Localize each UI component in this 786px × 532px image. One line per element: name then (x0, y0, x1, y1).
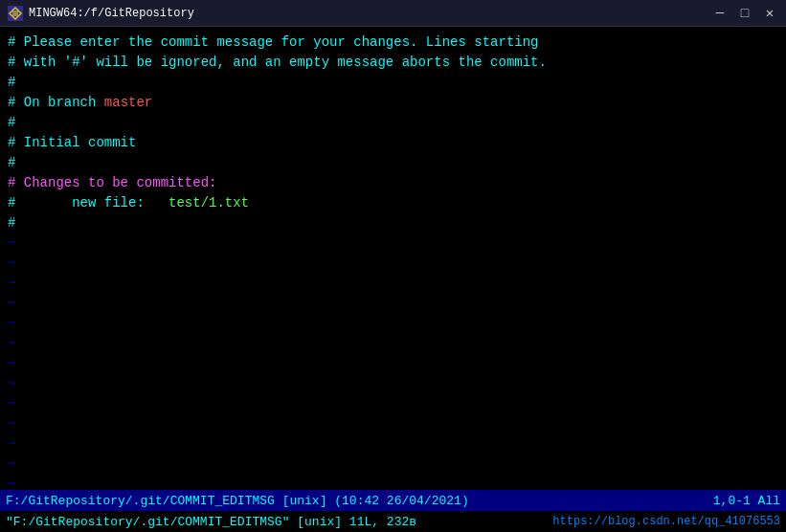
tilde-line-2: ~ (8, 274, 778, 294)
status-bar-file-info: F:/GitRepository/.git/COMMIT_EDITMSG [un… (6, 494, 469, 508)
window-title: MINGW64:/f/GitRepository (29, 7, 194, 20)
terminal-line-6: # Initial commit (8, 133, 778, 153)
svg-rect-2 (12, 11, 18, 16)
terminal-line-7: # (8, 153, 778, 173)
title-bar: MINGW64:/f/GitRepository ─ □ ✕ (0, 0, 786, 27)
tilde-line-9: ~ (8, 414, 778, 434)
terminal-line-2: # with '#' will be ignored, and an empty… (8, 53, 778, 73)
app-icon (8, 6, 23, 21)
bottom-bar-url: https://blog.csdn.net/qq_41076553 (552, 515, 780, 528)
tilde-line-4: ~ (8, 314, 778, 334)
tilde-line-7: ~ (8, 374, 778, 394)
status-bar-position: 1,0-1 All (713, 494, 780, 508)
status-bar: F:/GitRepository/.git/COMMIT_EDITMSG [un… (0, 490, 786, 511)
terminal-line-3: # (8, 73, 778, 93)
bottom-bar-file-info: "F:/GitRepository/.git/COMMIT_EDITMSG" [… (6, 515, 416, 529)
bottom-bar: "F:/GitRepository/.git/COMMIT_EDITMSG" [… (0, 511, 786, 532)
terminal-line-4: # On branch master (8, 93, 778, 113)
tilde-line-12: ~ (8, 475, 778, 490)
maximize-button[interactable]: □ (736, 7, 753, 20)
tilde-line-11: ~ (8, 454, 778, 475)
tilde-line-1: ~ (8, 254, 778, 274)
minimize-button[interactable]: ─ (711, 7, 729, 20)
terminal-line-1: # Please enter the commit message for yo… (8, 33, 778, 53)
tilde-line-6: ~ (8, 354, 778, 374)
terminal-line-5: # (8, 113, 778, 133)
tilde-line-0: ~ (8, 233, 778, 254)
title-bar-left: MINGW64:/f/GitRepository (8, 6, 194, 21)
tilde-line-8: ~ (8, 394, 778, 414)
close-button[interactable]: ✕ (761, 7, 778, 20)
tilde-line-5: ~ (8, 334, 778, 354)
terminal-line-9: # new file: test/1.txt (8, 193, 778, 213)
tilde-line-3: ~ (8, 294, 778, 314)
terminal-line-8: # Changes to be committed: (8, 173, 778, 193)
terminal-body: # Please enter the commit message for yo… (0, 27, 786, 490)
tilde-line-10: ~ (8, 434, 778, 454)
title-bar-controls: ─ □ ✕ (711, 7, 778, 20)
terminal-line-10: # (8, 213, 778, 233)
